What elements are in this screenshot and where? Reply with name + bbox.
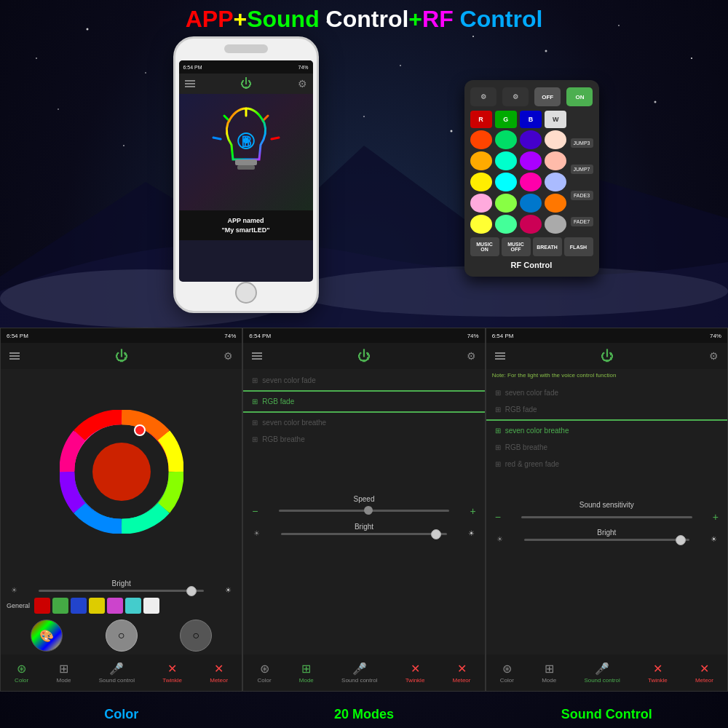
hamburger-icon xyxy=(185,80,195,87)
screen2-settings[interactable]: ⚙ xyxy=(467,350,476,362)
nav3-sound[interactable]: 🎤 Sound control xyxy=(584,662,620,684)
swatch-white[interactable] xyxy=(143,598,159,614)
nav3-meteor[interactable]: ✕ Meteor xyxy=(695,662,713,684)
remote-fade3[interactable]: FADE3 xyxy=(571,191,593,200)
remote-btn-g[interactable]: G xyxy=(495,111,517,128)
screen3-hamburger[interactable] xyxy=(495,352,505,360)
color-dot-3[interactable] xyxy=(520,130,542,149)
mode-icon-2: ⊞ xyxy=(252,397,258,405)
color-dot-7[interactable] xyxy=(520,151,542,170)
remote-fade7[interactable]: FADE7 xyxy=(571,217,593,226)
screen2-bright-slider[interactable]: ☀ ☀ xyxy=(266,533,461,535)
nav2-meteor[interactable]: ✕ Meteor xyxy=(453,662,471,684)
preset-color[interactable]: 🎨 xyxy=(31,620,63,652)
remote-jump7[interactable]: JUMP7 xyxy=(571,165,593,174)
remote-breath[interactable]: BREATH xyxy=(533,237,562,256)
remote-btn-b[interactable]: B xyxy=(520,111,542,128)
nav2-mode[interactable]: ⊞ Mode xyxy=(299,662,314,684)
swatch-blue[interactable] xyxy=(71,598,87,614)
nav3-mode[interactable]: ⊞ Mode xyxy=(542,662,556,684)
remote-music-on[interactable]: MUSICON xyxy=(470,237,499,256)
nav1-sound[interactable]: 🎤 Sound control xyxy=(99,662,135,684)
screen1-power[interactable]: ⏻ xyxy=(115,349,128,364)
nav1-color[interactable]: ⊛ Color xyxy=(15,662,28,684)
screen3-time: 6:54 PM xyxy=(492,333,514,339)
preset-grey[interactable]: ○ xyxy=(180,620,212,652)
screen3-status: 6:54 PM 74% xyxy=(486,328,727,343)
sound-mode-seven-breathe[interactable]: ⊞ seven color breathe xyxy=(486,422,727,439)
color-dot-16[interactable] xyxy=(545,194,566,213)
swatch-red[interactable] xyxy=(34,598,50,614)
color-dot-17[interactable] xyxy=(470,215,492,234)
remote-btn-gear1[interactable]: ⚙ xyxy=(470,87,496,106)
color-dot-13[interactable] xyxy=(470,194,492,213)
screen3-settings[interactable]: ⚙ xyxy=(709,350,719,362)
phone-home-button[interactable] xyxy=(235,282,257,304)
screen3-bright-slider[interactable]: ☀ ☀ xyxy=(510,539,704,541)
screen2-hamburger[interactable] xyxy=(252,352,262,360)
sensitivity-plus[interactable]: + xyxy=(713,511,719,523)
sound-mode-seven-fade[interactable]: ⊞ seven color fade xyxy=(486,384,727,401)
remote-btn-w[interactable]: W xyxy=(545,111,566,128)
swatch-purple[interactable] xyxy=(107,598,123,614)
color-dot-10[interactable] xyxy=(495,173,517,191)
color-dot-1[interactable] xyxy=(470,130,492,149)
color-dot-6[interactable] xyxy=(495,151,517,170)
mode-rgb-breathe[interactable]: ⊞ RGB breathe xyxy=(243,431,484,448)
mode-seven-color-fade[interactable]: ⊞ seven color fade xyxy=(243,372,484,389)
screen2-power[interactable]: ⏻ xyxy=(357,349,371,364)
remote-jump3[interactable]: JUMP3 xyxy=(571,138,593,148)
speed-slider[interactable] xyxy=(264,510,464,512)
sound-mode-rgb-breathe[interactable]: ⊞ RGB breathe xyxy=(486,439,727,456)
nav1-sound-label: Sound control xyxy=(99,677,135,684)
svg-rect-26 xyxy=(235,159,257,165)
color-dot-8[interactable] xyxy=(545,151,566,170)
sound-mode-red-green[interactable]: ⊞ red & green fade xyxy=(486,456,727,472)
nav2-twinkle[interactable]: ✕ Twinkle xyxy=(405,662,425,684)
nav1-twinkle[interactable]: ✕ Twinkle xyxy=(162,662,182,684)
color-dot-9[interactable] xyxy=(470,173,492,191)
bright2-thumb[interactable] xyxy=(431,529,441,539)
speed-plus[interactable]: + xyxy=(470,505,475,517)
remote-btn-gear2[interactable]: ⚙ xyxy=(502,87,529,106)
nav2-sound[interactable]: 🎤 Sound control xyxy=(341,662,377,684)
remote-func-row: MUSICON MUSICOFF BREATH FLASH xyxy=(470,237,593,256)
remote-btn-r[interactable]: R xyxy=(470,111,492,128)
bright3-thumb[interactable] xyxy=(676,535,686,545)
swatch-yellow[interactable] xyxy=(89,598,105,614)
screen3-power[interactable]: ⏻ xyxy=(601,349,614,364)
color-wheel-container[interactable] xyxy=(1,369,242,577)
color-dot-2[interactable] xyxy=(495,130,517,149)
nav3-color[interactable]: ⊛ Color xyxy=(500,662,514,684)
screen1-settings[interactable]: ⚙ xyxy=(223,350,233,362)
sensitivity-minus[interactable]: − xyxy=(495,511,501,523)
preset-ring[interactable]: ○ xyxy=(106,620,138,652)
mode-seven-breathe[interactable]: ⊞ seven color breathe xyxy=(243,414,484,431)
color-dot-14[interactable] xyxy=(495,194,517,213)
remote-music-off[interactable]: MUSICOFF xyxy=(502,237,531,256)
nav2-color[interactable]: ⊛ Color xyxy=(257,662,271,684)
color-dot-20[interactable] xyxy=(545,215,566,234)
color-dot-4[interactable] xyxy=(545,130,566,149)
sound-mode-divider xyxy=(486,419,727,421)
remote-btn-on[interactable]: ON xyxy=(566,87,593,106)
nav3-twinkle[interactable]: ✕ Twinkle xyxy=(648,662,668,684)
color-dot-5[interactable] xyxy=(470,151,492,170)
screen1-hamburger[interactable] xyxy=(9,352,20,360)
sound-mode-rgb-fade[interactable]: ⊞ RGB fade xyxy=(486,401,727,418)
screen1-bright-slider[interactable]: ☀ ☀ xyxy=(24,590,218,592)
remote-btn-off[interactable]: OFF xyxy=(534,87,561,106)
nav1-mode[interactable]: ⊞ Mode xyxy=(56,662,71,684)
remote-flash[interactable]: FLASH xyxy=(564,237,593,256)
color-dot-12[interactable] xyxy=(545,173,566,191)
color-dot-11[interactable] xyxy=(520,173,542,191)
sensitivity-slider[interactable] xyxy=(507,516,707,518)
color-dot-19[interactable] xyxy=(520,215,542,234)
mode-rgb-fade[interactable]: ⊞ RGB fade xyxy=(243,393,484,410)
swatch-green[interactable] xyxy=(52,598,68,614)
speed-minus[interactable]: − xyxy=(252,505,258,517)
nav1-meteor[interactable]: ✕ Meteor xyxy=(210,662,228,684)
swatch-cyan[interactable] xyxy=(125,598,141,614)
color-dot-18[interactable] xyxy=(495,215,517,234)
color-dot-15[interactable] xyxy=(520,194,542,213)
